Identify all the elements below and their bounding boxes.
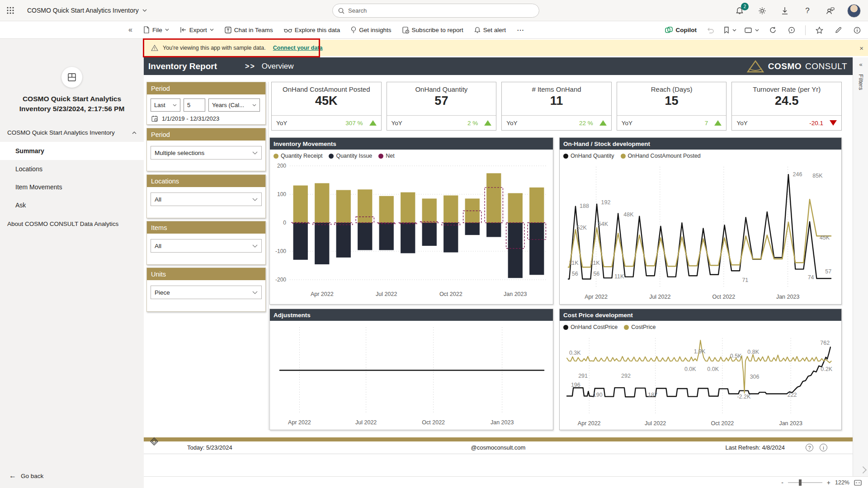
adjustments-panel[interactable]: Adjustments Apr 2022Jul 2022Oct 2022Jan … — [269, 309, 553, 430]
kpi-yoy-value: 307 % — [345, 120, 363, 127]
settings-button[interactable] — [757, 5, 768, 16]
period-count-input[interactable]: 5 — [184, 99, 205, 112]
sidebar-item-item-movements[interactable]: Item Movements — [0, 178, 144, 196]
search-input[interactable]: Search — [332, 4, 539, 18]
svg-text:0.0K: 0.0K — [684, 366, 696, 372]
waffle-menu-icon[interactable] — [0, 0, 21, 21]
zoom-in-button[interactable]: + — [827, 479, 830, 486]
legend-dot — [329, 154, 334, 159]
help-button[interactable]: ? — [802, 5, 813, 16]
zoom-slider-handle[interactable] — [799, 479, 802, 486]
period-unit-select[interactable]: Years (Cal... — [208, 99, 260, 112]
svg-text:187: 187 — [648, 392, 657, 398]
svg-text:45K: 45K — [820, 235, 830, 241]
period-mode-select[interactable]: Last — [151, 99, 180, 112]
app-logo-badge — [61, 67, 82, 88]
sidebar-item-locations[interactable]: Locations — [0, 160, 144, 178]
comments-button[interactable] — [786, 25, 797, 36]
fit-to-screen-icon[interactable] — [854, 480, 862, 486]
more-options-button[interactable]: ⋯ — [517, 26, 524, 34]
get-insights-button[interactable]: Get insights — [351, 26, 391, 33]
brand-cosmo: COSMO — [768, 61, 802, 71]
undo-button[interactable] — [705, 25, 716, 36]
footer-help-icon[interactable]: ? — [806, 444, 813, 451]
refresh-button[interactable] — [767, 25, 778, 36]
copilot-button[interactable]: Copilot — [665, 26, 697, 34]
bookmarks-button[interactable] — [724, 27, 736, 33]
view-button[interactable] — [745, 28, 759, 33]
legend-dot — [378, 154, 383, 159]
filter-header: Period — [147, 82, 265, 94]
report-header: Inventory Report >> Overview COSMOCONSUL… — [144, 57, 853, 75]
file-menu[interactable]: File — [143, 26, 169, 33]
banner-close-icon[interactable]: × — [859, 44, 863, 52]
zoom-level: 122% — [835, 479, 849, 486]
kpi-card-items-onhand[interactable]: # Items OnHand 11 YoY22 % — [501, 82, 612, 131]
svg-text:Jul 2022: Jul 2022 — [649, 294, 670, 300]
explore-data-button[interactable]: Explore this data — [284, 27, 340, 33]
user-avatar[interactable] — [847, 4, 861, 18]
zoom-slider[interactable] — [788, 482, 822, 483]
edit-button[interactable] — [833, 25, 844, 36]
svg-text:Apr 2022: Apr 2022 — [578, 420, 601, 427]
onhand-stock-chart[interactable]: Apr 2022Jul 2022Oct 2022Jan 202318819248… — [560, 162, 841, 304]
sidebar-group-toggle[interactable]: COSMO Quick Start Analytics Inventory — [7, 129, 137, 136]
adjustments-chart[interactable]: Apr 2022Jul 2022Oct 2022Jan 2023 — [270, 321, 553, 430]
expand-filters-icon[interactable]: « — [853, 61, 868, 68]
comment-icon — [788, 27, 795, 33]
chart-title: Adjustments — [270, 309, 553, 321]
cosmo-consult-logo: COSMOCONSULT — [746, 60, 847, 73]
footer-last-refresh: Last Refresh: 4/8/2024 — [725, 444, 785, 451]
inventory-movements-panel[interactable]: Inventory Movements Quantity Receipt Qua… — [269, 137, 553, 305]
locations-dropdown[interactable]: All — [151, 192, 262, 206]
kpi-title: OnHand Quantity — [387, 85, 496, 93]
svg-text:-200: -200 — [275, 277, 286, 283]
kpi-card-reach-days[interactable]: Reach (Days) 15 YoY7 — [617, 82, 727, 131]
zoom-out-button[interactable]: - — [781, 479, 783, 486]
sidebar-item-ask[interactable]: Ask — [0, 196, 144, 214]
kpi-card-turnover-rate[interactable]: Turnover Rate (per Yr) 24.5 YoY-20.1 — [731, 82, 842, 131]
chart-legend: OnHand Quantity OnHand CostAmount Posted — [560, 150, 841, 162]
explore-glasses-icon — [284, 27, 292, 33]
units-dropdown[interactable]: Piece — [151, 286, 262, 299]
app-title-dropdown[interactable]: COSMO Quick Start Analytics Inventory — [27, 7, 147, 14]
undo-icon — [707, 27, 714, 33]
kpi-card-onhand-quantity[interactable]: OnHand Quantity 57 YoY2 % — [387, 82, 497, 131]
sidebar-about-link[interactable]: About COSMO CONSULT Data Analytics — [7, 221, 118, 227]
footer-gold-bar — [144, 437, 853, 441]
onhand-stock-panel[interactable]: On-Hand / Stock development OnHand Quant… — [559, 137, 842, 305]
cost-price-chart[interactable]: Apr 2022Jul 2022Oct 2022Jan 20230.3K2911… — [560, 333, 841, 431]
favorite-button[interactable] — [814, 25, 825, 36]
download-button[interactable] — [779, 5, 790, 16]
svg-text:Jan 2023: Jan 2023 — [779, 420, 802, 427]
go-back-button[interactable]: ← Go back — [9, 472, 43, 480]
export-menu[interactable]: Export — [180, 27, 214, 33]
feedback-button[interactable] — [825, 5, 835, 16]
items-dropdown[interactable]: All — [151, 239, 262, 253]
notifications-button[interactable]: 2 — [734, 5, 745, 16]
cost-price-panel[interactable]: Cost Price development OnHand CostPrice … — [559, 309, 842, 430]
set-alert-button[interactable]: Set alert — [474, 27, 506, 33]
filters-pane-label[interactable]: Filters — [858, 74, 864, 90]
filter-header: Period — [147, 128, 265, 141]
download-icon — [781, 7, 788, 15]
collapse-sidebar-button[interactable]: « — [128, 26, 132, 34]
sidebar-item-summary[interactable]: Summary — [0, 142, 144, 160]
period-date-range: 1/1/2019 - 12/31/2023 — [151, 115, 265, 122]
chevron-down-icon — [252, 198, 258, 201]
chevron-down-icon — [252, 104, 256, 107]
filter-items: Items All — [146, 221, 266, 265]
connect-your-data-link[interactable]: Connect your data — [273, 45, 323, 51]
svg-text:57: 57 — [825, 268, 831, 275]
zoom-controls: - + 122% — [781, 477, 862, 488]
chat-in-teams-button[interactable]: Chat in Teams — [225, 27, 273, 33]
subscribe-button[interactable]: Subscribe to report — [402, 27, 463, 33]
power-bi-app: COSMO Quick Start Analytics Inventory Se… — [0, 0, 868, 488]
footer-info-icon[interactable]: i — [820, 444, 827, 451]
info-button[interactable] — [852, 25, 863, 36]
svg-text:Apr 2022: Apr 2022 — [288, 419, 311, 426]
kpi-card-onhand-costamount[interactable]: OnHand CostAmount Posted 45K YoY307 % — [271, 82, 382, 131]
inventory-movements-chart[interactable]: 2001000-100-200Apr 2022Jul 2022Oct 2022J… — [270, 162, 553, 304]
period-dropdown[interactable]: Multiple selections — [151, 146, 262, 160]
status-bar: - + 122% — [144, 476, 868, 488]
